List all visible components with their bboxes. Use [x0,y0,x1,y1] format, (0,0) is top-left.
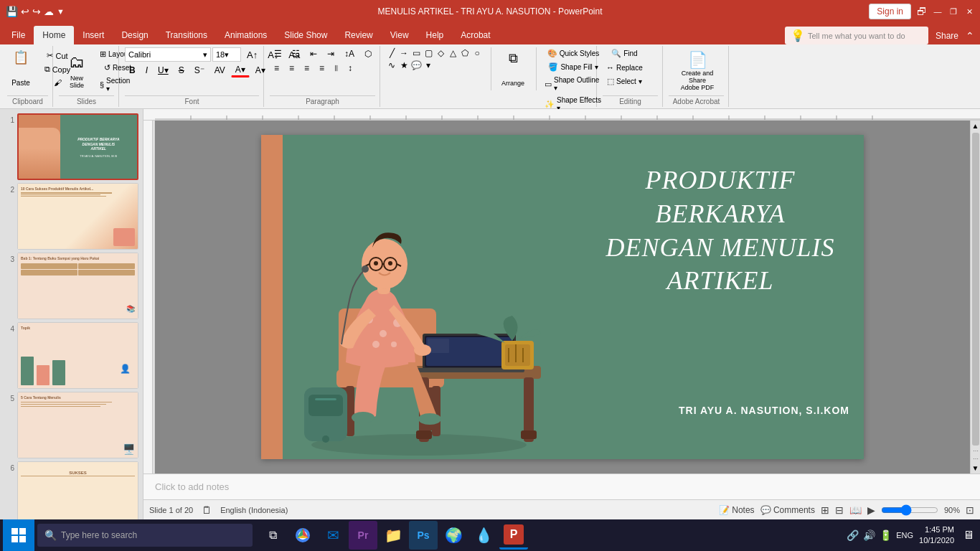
callout-shape[interactable]: 💬 [410,60,422,71]
minimize-button[interactable]: — [933,6,943,17]
slide-sorter-button[interactable]: ⊟ [835,504,844,516]
volume-icon[interactable]: 🔊 [863,529,875,541]
canvas-area[interactable]: Produktif berkaryadengan menulisartikel … [155,121,970,474]
star-shape[interactable]: ★ [398,60,410,71]
right-scrollbar[interactable]: ▲ ⋯ ⋯ ▼ [970,121,980,474]
tab-view[interactable]: View [382,26,418,44]
font-color-button[interactable]: A▾ [231,63,250,77]
scroll-bot-button[interactable]: ⋯ [972,455,979,463]
reading-view-button[interactable]: 📖 [849,504,862,516]
slide-thumb-2[interactable]: 2 10 Cara Sukses Produktif Menulis Artik… [3,182,140,251]
slide-image-4[interactable]: Topik 👤 [17,322,138,389]
slide-image-3[interactable]: Bab 1: Tentang Buku Sampai yang Haru Pak… [17,253,138,319]
slide-image-1[interactable]: PRODUKTIF BERKARYADENGAN MENULISARTIKEL … [17,113,138,180]
presenter-view-button[interactable]: ▶ [867,504,875,516]
text-direction-button[interactable]: ↕A [340,47,359,60]
curve-shape[interactable]: ∿ [386,60,397,71]
scroll-mid-button[interactable]: ⋯ [972,447,979,455]
tab-animations[interactable]: Animations [216,26,275,44]
select-button[interactable]: ⬚Select ▾ [603,75,646,88]
tab-design[interactable]: Design [113,26,156,44]
diamond-shape[interactable]: ◇ [435,47,446,59]
taskview-button[interactable]: ⧉ [258,521,287,550]
char-spacing-button[interactable]: AV [210,64,230,77]
tab-acrobat[interactable]: Acrobat [452,26,499,44]
justify-button[interactable]: ≡ [315,62,329,75]
slide-image-2[interactable]: 10 Cara Sukses Produktif Menulis Artikel… [17,183,138,250]
slide-thumb-6[interactable]: 6 SUKSES [3,460,140,519]
font-name-combo[interactable]: Calibri ▾ [125,47,211,62]
arrange-button[interactable]: ⧉ Arrange [496,47,530,90]
increase-font-button[interactable]: A↑ [242,48,262,62]
slide-thumb-3[interactable]: 3 Bab 1: Tentang Buku Sampai yang Haru P… [3,251,140,321]
slide-image-6[interactable]: SUKSES [17,461,138,519]
scroll-thumb[interactable] [972,133,979,446]
powerpoint-app[interactable]: P [499,521,528,550]
slide-thumb-1[interactable]: 1 PRODUKTIF BERKARYADENGAN MENULISARTIKE… [3,112,140,182]
columns-button[interactable]: ⫴ [330,62,342,75]
triangle-shape[interactable]: △ [447,47,458,59]
tab-transitions[interactable]: Transitions [157,26,216,44]
line-spacing-button[interactable]: ↕ [344,62,357,75]
tab-file[interactable]: File [3,26,34,44]
network-icon[interactable]: 🔗 [847,529,859,541]
decrease-indent-button[interactable]: ⇤ [306,47,321,60]
slide-canvas[interactable]: Produktif berkaryadengan menulisartikel … [261,135,864,459]
notes-bar[interactable]: Click to add notes [143,474,980,499]
new-slide-button[interactable]: 🗂 NewSlide [59,50,95,93]
align-left-button[interactable]: ≡ [270,62,283,75]
undo-icon[interactable]: ↩ [21,6,29,17]
slide-title[interactable]: Produktif berkaryadengan menulisartikel [591,164,849,298]
notes-button[interactable]: 📝 Notes [719,505,755,515]
tab-slideshow[interactable]: Slide Show [275,26,336,44]
align-right-button[interactable]: ≡ [300,62,314,75]
font-size-combo[interactable]: 18 ▾ [212,47,241,62]
close-button[interactable]: ✕ [964,6,974,17]
comments-button[interactable]: 💬 Comments [760,505,815,515]
chrome-app[interactable] [288,521,317,550]
language-tray[interactable]: ENG [896,531,913,540]
tab-insert[interactable]: Insert [74,26,113,44]
more-shapes[interactable]: ▾ [423,60,434,71]
start-button[interactable] [3,519,34,551]
notes-icon[interactable]: 🗒 [202,504,212,516]
browser-app[interactable]: 🌍 [439,521,468,550]
slide-presenter[interactable]: TRI AYU A. NASUTION, S.I.KOM [679,405,849,416]
shape-fill-button[interactable]: 🪣Shape Fill ▾ [541,61,606,73]
tab-help[interactable]: Help [418,26,453,44]
align-center-button[interactable]: ≡ [285,62,298,75]
shape-outline-button[interactable]: ▭Shape Outline ▾ [541,75,606,93]
files-app[interactable]: 📁 [379,521,407,550]
quick-styles-button[interactable]: 🎨Quick Styles [541,47,606,60]
line-shape[interactable]: ╱ [386,47,397,59]
dropdown-icon[interactable]: ▼ [57,7,65,16]
increase-indent-button[interactable]: ⇥ [323,47,339,60]
restore-icon[interactable]: 🗗 [917,6,927,17]
battery-icon[interactable]: 🔋 [880,529,892,541]
premiere-app[interactable]: Pr [349,521,377,550]
arrow-shape[interactable]: → [398,47,410,59]
sign-in-button[interactable]: Sign in [869,4,911,19]
fit-window-button[interactable]: ⊡ [966,504,974,516]
italic-button[interactable]: I [141,64,152,77]
underline-button[interactable]: U▾ [154,64,173,77]
find-button[interactable]: 🔍Find [603,47,646,60]
text-shadow-button[interactable]: S⁻ [190,64,209,77]
slide-thumb-4[interactable]: 4 Topik 👤 [3,321,140,390]
slide-image-5[interactable]: 5 Cara Tentang Menulis 🖥️ [17,392,138,458]
circle-shape[interactable]: ○ [471,47,483,59]
outlook-app[interactable]: ✉ [319,521,347,550]
rect-shape[interactable]: ▭ [410,47,422,59]
convert-to-smartart-button[interactable]: ⬡ [360,47,376,60]
bold-button[interactable]: B [125,64,140,77]
redo-icon[interactable]: ↪ [32,6,41,17]
tell-me-input[interactable]: 💡 Tell me what you want to do [785,27,928,44]
slide-thumb-5[interactable]: 5 5 Cara Tentang Menulis 🖥️ [3,390,140,460]
tab-home[interactable]: Home [34,26,74,44]
save-cloud-icon[interactable]: ☁ [44,6,54,17]
collapse-ribbon-icon[interactable]: ⌃ [966,30,974,42]
numbering-button[interactable]: ☷ [288,47,304,60]
save-icon[interactable]: 💾 [6,6,18,17]
tab-review[interactable]: Review [336,26,381,44]
paint-app[interactable]: 💧 [469,521,498,550]
